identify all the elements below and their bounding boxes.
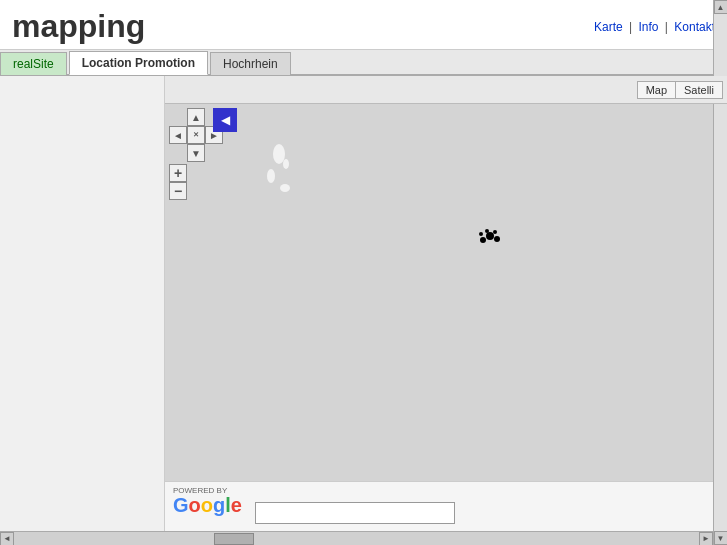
- satellite-button[interactable]: Satelli: [675, 81, 723, 99]
- svg-point-4: [493, 230, 497, 234]
- tab-location-promotion[interactable]: Location Promotion: [69, 51, 208, 75]
- svg-point-0: [486, 232, 494, 240]
- pan-left-button[interactable]: ◄: [169, 126, 187, 144]
- tab-realsite[interactable]: realSite: [0, 52, 67, 75]
- scroll-left-button[interactable]: ◄: [0, 532, 14, 546]
- map-container[interactable]: Map Satelli ▲ ◄ ✕ ► ▼ + −: [165, 76, 727, 536]
- svg-point-3: [485, 229, 489, 233]
- cluster-marker: [475, 224, 505, 252]
- google-bar: POWERED BY G o o g l e: [165, 481, 727, 536]
- island-2: [267, 169, 275, 183]
- zoom-in-button[interactable]: +: [169, 164, 187, 182]
- tabs: realSite Location Promotion Hochrhein: [0, 50, 727, 76]
- svg-point-1: [480, 237, 486, 243]
- scroll-down-button[interactable]: ▼: [714, 531, 728, 545]
- zoom-out-button[interactable]: −: [169, 182, 187, 200]
- kontakt-link[interactable]: Kontakt: [674, 20, 715, 34]
- pan-down-button[interactable]: ▼: [187, 144, 205, 162]
- scroll-thumb[interactable]: [214, 533, 254, 545]
- scroll-right-button[interactable]: ►: [699, 532, 713, 546]
- back-button[interactable]: [213, 108, 237, 132]
- google-g: G: [173, 494, 189, 517]
- google-g2: g: [213, 494, 225, 517]
- svg-point-2: [494, 236, 500, 242]
- bottom-scrollbar: ◄ ►: [0, 531, 713, 545]
- pan-up-button[interactable]: ▲: [187, 108, 205, 126]
- svg-point-5: [479, 232, 483, 236]
- scroll-up-button[interactable]: ▲: [714, 0, 728, 14]
- island-3: [283, 159, 289, 169]
- google-o2: o: [201, 494, 213, 517]
- zoom-controls: + −: [169, 164, 223, 200]
- google-o1: o: [189, 494, 201, 517]
- sep1: |: [629, 20, 632, 34]
- empty-bottomleft: [169, 144, 187, 162]
- sidebar: [0, 76, 165, 536]
- empty-bottomright: [205, 144, 223, 162]
- tab-hochrhein[interactable]: Hochrhein: [210, 52, 291, 75]
- google-e: e: [231, 494, 242, 517]
- empty-topleft: [169, 108, 187, 126]
- karte-link[interactable]: Karte: [594, 20, 623, 34]
- logo: mapping: [12, 8, 145, 45]
- island-4: [280, 184, 290, 192]
- google-logo: G o o g l e: [173, 494, 242, 517]
- scroll-track-horizontal: [14, 532, 699, 546]
- sep2: |: [665, 20, 668, 34]
- info-link[interactable]: Info: [638, 20, 658, 34]
- main-content: Map Satelli ▲ ◄ ✕ ► ▼ + −: [0, 76, 727, 536]
- map-button[interactable]: Map: [637, 81, 675, 99]
- map-canvas[interactable]: [165, 104, 727, 481]
- header: mapping Karte | Info | Kontakt: [0, 0, 727, 50]
- map-top-bar: Map Satelli: [165, 76, 727, 104]
- map-search-input[interactable]: [255, 502, 455, 524]
- pan-center-button[interactable]: ✕: [187, 126, 205, 144]
- nav-links: Karte | Info | Kontakt: [594, 20, 715, 34]
